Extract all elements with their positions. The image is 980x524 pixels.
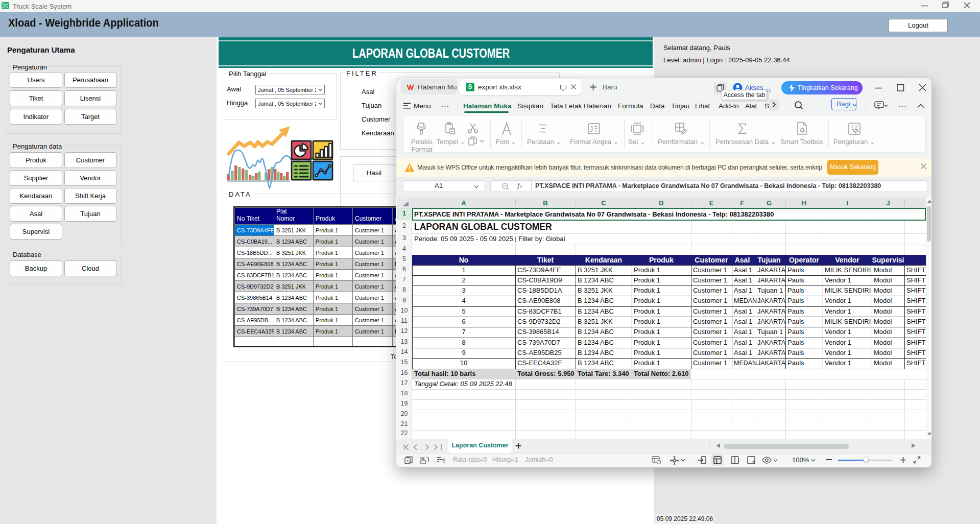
svg-text:VB: VB — [420, 457, 425, 460]
